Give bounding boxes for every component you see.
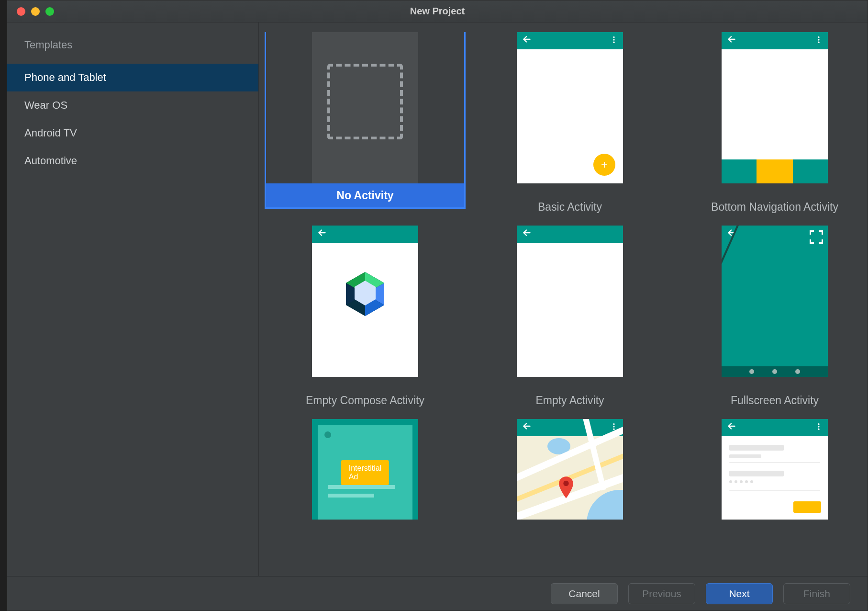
sidebar-item-android-tv[interactable]: Android TV <box>7 119 258 147</box>
template-thumb <box>312 226 418 377</box>
template-thumb: + <box>517 32 623 183</box>
template-thumb: Interstitial Ad <box>312 419 418 520</box>
sidebar-item-label: Phone and Tablet <box>24 71 106 83</box>
template-fullscreen-activity[interactable]: Fullscreen Activity <box>674 226 868 410</box>
template-empty-compose-activity[interactable]: Empty Compose Activity <box>265 226 466 410</box>
button-label: Cancel <box>568 588 600 600</box>
back-arrow-icon <box>726 421 737 434</box>
svg-point-3 <box>818 36 819 38</box>
template-grid: No Activity <box>259 23 868 539</box>
svg-point-1 <box>613 39 614 40</box>
action-button-icon <box>793 501 821 513</box>
button-label: Previous <box>642 588 681 600</box>
template-admob-ads-activity[interactable]: Interstitial Ad <box>265 419 466 520</box>
svg-point-16 <box>563 481 568 486</box>
templates-sidebar: Templates Phone and Tablet Wear OS Andro… <box>7 23 259 576</box>
sidebar-item-phone-and-tablet[interactable]: Phone and Tablet <box>7 64 258 91</box>
more-icon <box>814 34 823 47</box>
template-thumb <box>722 419 828 520</box>
back-arrow-icon <box>522 227 532 241</box>
dashed-placeholder-icon <box>327 64 403 139</box>
nav-bar-icon <box>722 366 828 377</box>
template-label: No Activity <box>266 183 464 207</box>
sidebar-item-label: Wear OS <box>24 99 67 111</box>
template-label: Empty Activity <box>535 377 604 410</box>
template-gallery[interactable]: No Activity <box>259 23 868 576</box>
dialog-footer: Cancel Previous Next Finish <box>7 576 868 611</box>
svg-point-4 <box>818 39 819 40</box>
map-pin-icon <box>558 476 574 500</box>
finish-button[interactable]: Finish <box>783 583 850 604</box>
svg-point-15 <box>613 429 614 430</box>
template-label: Fullscreen Activity <box>731 377 819 410</box>
template-thumb <box>722 226 828 377</box>
window-controls <box>17 7 54 16</box>
back-arrow-icon <box>522 421 532 434</box>
sidebar-item-wear-os[interactable]: Wear OS <box>7 91 258 119</box>
template-thumb <box>312 32 418 183</box>
button-label: Finish <box>803 588 830 600</box>
template-no-activity[interactable]: No Activity <box>265 32 466 217</box>
svg-point-18 <box>818 426 819 427</box>
more-icon <box>610 34 618 47</box>
svg-point-5 <box>818 42 819 43</box>
titlebar: New Project <box>7 0 868 23</box>
template-google-maps-activity[interactable] <box>469 419 670 520</box>
cancel-button[interactable]: Cancel <box>551 583 618 604</box>
new-project-dialog: New Project Templates Phone and Tablet W… <box>7 0 868 611</box>
template-thumb <box>517 226 623 377</box>
template-label: Bottom Navigation Activity <box>711 183 838 217</box>
close-window-icon[interactable] <box>17 7 25 16</box>
jetpack-compose-logo-icon <box>344 271 386 319</box>
svg-point-19 <box>818 429 819 430</box>
sidebar-title: Templates <box>7 39 258 64</box>
back-arrow-icon <box>726 34 737 47</box>
zoom-window-icon[interactable] <box>45 7 54 16</box>
template-thumb <box>517 419 623 520</box>
button-label: Next <box>729 588 749 600</box>
sidebar-item-label: Android TV <box>24 127 77 139</box>
svg-point-14 <box>613 426 614 427</box>
template-primary-detail-flow[interactable] <box>674 419 868 520</box>
template-empty-activity[interactable]: Empty Activity <box>469 226 670 410</box>
sidebar-item-label: Automotive <box>24 155 77 167</box>
template-thumb <box>722 32 828 183</box>
template-label: Empty Compose Activity <box>306 377 424 410</box>
template-basic-activity[interactable]: + Basic Activity <box>469 32 670 217</box>
minimize-window-icon[interactable] <box>31 7 40 16</box>
template-bottom-navigation-activity[interactable]: Bottom Navigation Activity <box>674 32 868 217</box>
next-button[interactable]: Next <box>706 583 773 604</box>
template-label: Basic Activity <box>538 183 602 217</box>
fab-add-icon: + <box>593 154 615 176</box>
background-strip <box>0 0 7 611</box>
svg-point-13 <box>613 423 614 425</box>
back-arrow-icon <box>317 227 327 241</box>
window-title: New Project <box>7 6 868 17</box>
previous-button[interactable]: Previous <box>628 583 695 604</box>
sidebar-item-automotive[interactable]: Automotive <box>7 147 258 175</box>
fullscreen-icon <box>810 230 823 244</box>
svg-point-2 <box>613 42 614 43</box>
interstitial-ad-badge: Interstitial Ad <box>341 460 389 485</box>
bottom-nav-icon <box>722 159 828 183</box>
svg-point-0 <box>613 36 614 38</box>
svg-point-17 <box>818 423 819 425</box>
more-icon <box>814 421 823 434</box>
back-arrow-icon <box>522 34 532 47</box>
dialog-body: Templates Phone and Tablet Wear OS Andro… <box>7 23 868 576</box>
